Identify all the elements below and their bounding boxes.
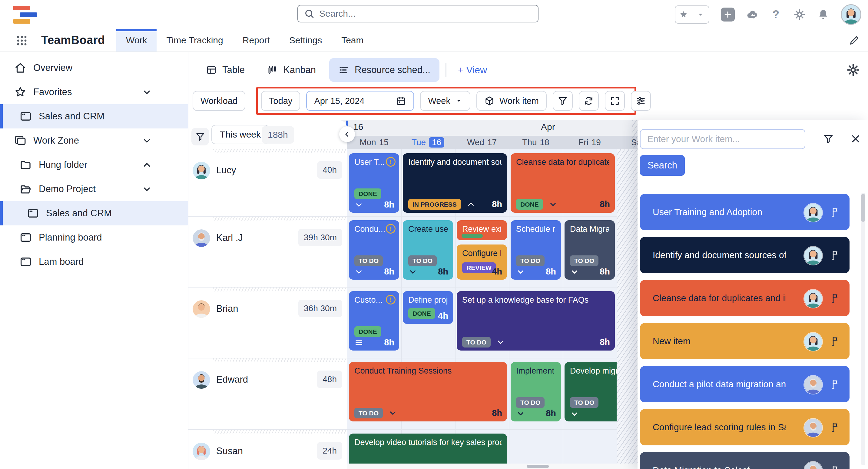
edit-pencil-icon[interactable] xyxy=(848,34,860,46)
board-icon xyxy=(20,231,32,244)
nav-tab-time-tracking[interactable]: Time Tracking xyxy=(157,29,232,52)
fullscreen-button[interactable] xyxy=(605,91,625,111)
panel-work-item[interactable]: Data Migration to Salesf... xyxy=(640,452,849,469)
settings-gear-icon[interactable] xyxy=(794,8,806,21)
chevron-down-icon[interactable] xyxy=(142,184,152,194)
chevron-down-icon[interactable] xyxy=(570,267,579,276)
global-search-input[interactable]: Search... xyxy=(298,5,538,22)
panel-work-item[interactable]: User Training and Adoption xyxy=(640,194,849,230)
view-tab-resource-sched[interactable]: Resource sched... xyxy=(329,58,439,82)
task-card[interactable]: Data Migra...TO DO8h xyxy=(564,220,615,280)
marketplace-cloud-icon[interactable] xyxy=(746,8,758,21)
panel-search-button[interactable]: Search xyxy=(640,155,685,176)
range-select[interactable]: Week xyxy=(420,91,470,111)
user-avatar[interactable] xyxy=(841,4,861,25)
chevron-down-icon[interactable] xyxy=(388,408,397,417)
chevron-down-icon[interactable] xyxy=(142,136,152,146)
month-label: Apr xyxy=(541,122,555,132)
app-switcher-icon[interactable] xyxy=(14,33,29,48)
panel-work-item[interactable]: Identify and document sources of exi... xyxy=(640,237,849,273)
task-card[interactable]: Develop video tutorials for key sales pr… xyxy=(349,434,507,464)
work-item-search-input[interactable]: Enter your Work item... xyxy=(640,129,805,149)
notifications-bell-icon[interactable] xyxy=(817,8,829,21)
nav-tab-settings[interactable]: Settings xyxy=(280,29,332,52)
sidebar-item-label: Hung folder xyxy=(39,159,87,170)
nav-tab-team[interactable]: Team xyxy=(332,29,373,52)
sidebar-item-sales-and-crm[interactable]: Sales and CRM xyxy=(0,201,188,226)
chevron-down-icon[interactable] xyxy=(354,267,364,276)
horizontal-scrollbar[interactable] xyxy=(527,465,549,468)
chevron-down-icon[interactable] xyxy=(549,200,558,209)
chevron-down-icon[interactable] xyxy=(496,338,505,347)
view-tabs-divider xyxy=(445,63,446,77)
nav-tab-report[interactable]: Report xyxy=(233,29,280,52)
avatar xyxy=(804,332,823,351)
task-card[interactable]: Identify and document sou...IN PROGRESS8… xyxy=(403,153,507,213)
caret-down-icon[interactable] xyxy=(692,6,709,23)
today-button[interactable]: Today xyxy=(261,91,300,111)
board-settings-gear-icon[interactable] xyxy=(846,63,860,77)
sidebar-item-work-zone[interactable]: Work Zone xyxy=(0,128,188,153)
collapse-panel-button[interactable] xyxy=(339,126,355,142)
view-tab-table[interactable]: Table xyxy=(197,58,254,82)
task-card[interactable]: Schedule r...TO DO8h xyxy=(510,220,561,280)
task-card[interactable]: Configure l...REVIEW4h xyxy=(457,244,507,280)
sidebar-item-label: Overview xyxy=(33,62,72,73)
nav-tab-work[interactable]: Work xyxy=(116,29,157,52)
help-icon[interactable]: ? xyxy=(770,8,782,21)
menu-icon[interactable] xyxy=(354,338,364,347)
task-card[interactable]: Define proj...DONE4h xyxy=(403,291,453,324)
sliders-button[interactable] xyxy=(631,91,651,111)
sidebar-item-sales-and-crm[interactable]: Sales and CRM xyxy=(0,104,188,128)
task-card[interactable]: Set up a knowledge base for FAQsTO DO8h xyxy=(457,291,615,351)
view-tab-kanban[interactable]: Kanban xyxy=(258,58,325,82)
date-picker[interactable]: Apr 15, 2024 xyxy=(306,91,414,111)
panel-filter-button[interactable] xyxy=(823,133,834,144)
this-week-button[interactable]: This week xyxy=(211,125,269,144)
schedule-filter-button[interactable] xyxy=(191,128,209,145)
day-number: 19 xyxy=(591,138,601,147)
sliders-icon xyxy=(636,96,646,106)
board-icon xyxy=(27,207,39,219)
chevron-up-icon[interactable] xyxy=(466,200,475,209)
add-button[interactable] xyxy=(721,7,735,22)
sidebar-item-demo-project[interactable]: Demo Project xyxy=(0,177,188,201)
workload-button[interactable]: Workload xyxy=(193,91,245,111)
sidebar-item-planning-board[interactable]: Planning board xyxy=(0,226,188,250)
chevron-down-icon[interactable] xyxy=(408,267,417,276)
chevron-down-icon[interactable] xyxy=(516,267,525,276)
sidebar-item-favorites[interactable]: Favorites xyxy=(0,80,188,104)
task-card[interactable]: Conduct Training SessionsTO DO8h xyxy=(349,362,507,421)
filter-button[interactable] xyxy=(553,91,573,111)
chevron-down-icon[interactable] xyxy=(516,409,525,418)
panel-work-item[interactable]: New item xyxy=(640,323,849,359)
star-icon[interactable] xyxy=(675,6,692,23)
favorites-split-button[interactable] xyxy=(675,5,709,24)
task-card[interactable]: Cleanse data for duplicate...DONE8h xyxy=(510,153,615,213)
chevron-up-icon[interactable] xyxy=(142,160,152,170)
task-card[interactable]: Implement ...TO DO8h xyxy=(510,362,561,421)
sync-button[interactable] xyxy=(579,91,599,111)
chevron-down-icon[interactable] xyxy=(570,409,579,418)
task-hours: 8h xyxy=(384,267,394,276)
sidebar-item-hung-folder[interactable]: Hung folder xyxy=(0,153,188,177)
day-number: 17 xyxy=(487,138,497,147)
panel-work-item[interactable]: Conduct a pilot data migration and va... xyxy=(640,366,849,402)
task-card[interactable]: Create use...TO DO8h xyxy=(403,220,453,280)
panel-work-item[interactable]: Cleanse data for duplicates and inacc... xyxy=(640,280,849,316)
task-card[interactable]: Condu...TO DO8h xyxy=(349,220,399,280)
panel-scrollbar-thumb[interactable] xyxy=(861,194,865,222)
task-card[interactable]: Review exi... xyxy=(457,220,507,240)
chevron-down-icon[interactable] xyxy=(354,200,364,209)
work-item-button[interactable]: Work item xyxy=(476,91,547,111)
add-view-button[interactable]: + View xyxy=(453,64,492,76)
sidebar-item-overview[interactable]: Overview xyxy=(0,56,188,80)
panel-work-item[interactable]: Configure lead scoring rules in Salesf..… xyxy=(640,409,849,445)
status-badge: TO DO xyxy=(570,256,598,266)
panel-close-button[interactable] xyxy=(850,133,861,144)
task-card[interactable]: User T...DONE8h xyxy=(349,153,399,213)
chevron-down-icon[interactable] xyxy=(142,87,152,97)
task-card-title: Identify and document sou... xyxy=(408,157,501,168)
task-card[interactable]: Custo...DONE8h xyxy=(349,291,399,351)
sidebar-item-lam-board[interactable]: Lam board xyxy=(0,250,188,274)
